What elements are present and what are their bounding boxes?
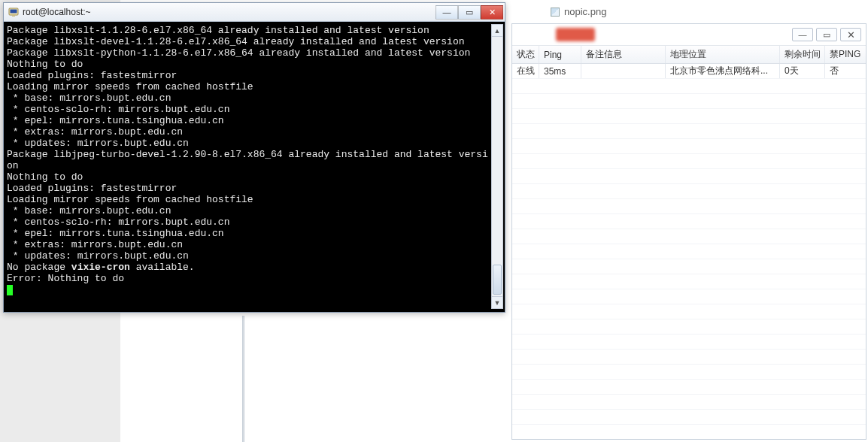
col-geo[interactable]: 地理位置 bbox=[666, 46, 780, 63]
monitor-grid: 状态 Ping 备注信息 地理位置 剩余时间 禁PING 在线35ms北京市零色… bbox=[512, 46, 866, 439]
terminal-cursor bbox=[7, 285, 13, 295]
panel-minimize-button[interactable]: — bbox=[792, 28, 813, 41]
col-note[interactable]: 备注信息 bbox=[581, 46, 666, 63]
terminal-line: Package libxslt-devel-1.1.28-6.el7.x86_6… bbox=[7, 36, 491, 47]
terminal-line: Package libxslt-1.1.28-6.el7.x86_64 alre… bbox=[7, 25, 491, 36]
table-row-empty bbox=[512, 274, 866, 289]
table-cell: 北京市零色沸点网络科... bbox=[666, 64, 780, 78]
table-row-empty bbox=[512, 425, 866, 439]
terminal-scrollbar[interactable]: ▲ ▼ bbox=[491, 24, 503, 309]
terminal-window-controls: — ▭ ✕ bbox=[436, 5, 503, 20]
file-tab-nopic[interactable]: nopic.png bbox=[542, 2, 615, 21]
terminal-line: Package libjpeg-turbo-devel-1.2.90-8.el7… bbox=[7, 149, 491, 171]
putty-icon bbox=[8, 7, 19, 17]
terminal-line: * base: mirrors.bupt.edu.cn bbox=[7, 205, 491, 216]
table-row-empty bbox=[512, 229, 866, 244]
close-button[interactable]: ✕ bbox=[481, 5, 503, 20]
table-row-empty bbox=[512, 199, 866, 214]
terminal-line: Loaded plugins: fastestmirror bbox=[7, 70, 491, 81]
col-status[interactable]: 状态 bbox=[512, 46, 539, 63]
terminal-line: No package vixie-cron available. bbox=[7, 262, 491, 273]
terminal-title-text: root@localhost:~ bbox=[23, 7, 91, 17]
table-row-empty bbox=[512, 169, 866, 184]
terminal-line: Error: Nothing to do bbox=[7, 273, 491, 284]
terminal-line: * updates: mirrors.bupt.edu.cn bbox=[7, 250, 491, 262]
table-cell: 0天 bbox=[780, 64, 825, 78]
table-row-empty bbox=[512, 214, 866, 229]
table-cell: 在线 bbox=[512, 64, 539, 78]
table-row-empty bbox=[512, 154, 866, 169]
blurred-red-button[interactable] bbox=[556, 28, 595, 41]
table-row-empty bbox=[512, 365, 866, 380]
terminal-line: * epel: mirrors.tuna.tsinghua.edu.cn bbox=[7, 228, 491, 239]
table-row-empty bbox=[512, 380, 866, 395]
table-row-empty bbox=[512, 350, 866, 365]
terminal-prompt-line bbox=[7, 284, 491, 295]
table-cell: 否 bbox=[825, 64, 861, 78]
col-noping[interactable]: 禁PING bbox=[825, 46, 861, 63]
table-cell bbox=[581, 64, 666, 78]
col-ping[interactable]: Ping bbox=[539, 46, 581, 63]
terminal-line: Nothing to do bbox=[7, 59, 491, 70]
terminal-titlebar[interactable]: root@localhost:~ — ▭ ✕ bbox=[4, 3, 505, 22]
table-row-empty bbox=[512, 184, 866, 199]
table-row-empty bbox=[512, 124, 866, 139]
terminal-window: root@localhost:~ — ▭ ✕ Package libxslt-1… bbox=[3, 2, 505, 313]
vertical-divider[interactable] bbox=[242, 316, 244, 442]
monitor-panel: — ▭ ✕ 状态 Ping 备注信息 地理位置 剩余时间 禁PING 在线35m… bbox=[511, 23, 866, 440]
table-row-empty bbox=[512, 94, 866, 109]
table-row-empty bbox=[512, 109, 866, 124]
table-row-empty bbox=[512, 289, 866, 304]
table-cell: 35ms bbox=[539, 64, 581, 78]
terminal-line: * epel: mirrors.tuna.tsinghua.edu.cn bbox=[7, 115, 491, 126]
terminal-line: * centos-sclo-rh: mirrors.bupt.edu.cn bbox=[7, 216, 491, 228]
terminal-line: * extras: mirrors.bupt.edu.cn bbox=[7, 126, 491, 138]
terminal-line: * centos-sclo-rh: mirrors.bupt.edu.cn bbox=[7, 104, 491, 115]
terminal-line: * base: mirrors.bupt.edu.cn bbox=[7, 92, 491, 104]
table-row[interactable]: 在线35ms北京市零色沸点网络科...0天否 bbox=[512, 64, 866, 79]
table-row-empty bbox=[512, 259, 866, 274]
terminal-line: Nothing to do bbox=[7, 171, 491, 183]
minimize-button[interactable]: — bbox=[436, 5, 458, 20]
table-row-empty bbox=[512, 244, 866, 259]
table-row-empty bbox=[512, 304, 866, 319]
panel-maximize-button[interactable]: ▭ bbox=[816, 28, 837, 41]
table-row-empty bbox=[512, 335, 866, 350]
svg-rect-2 bbox=[12, 15, 15, 17]
panel-window-controls: — ▭ ✕ bbox=[789, 28, 861, 41]
table-row-empty bbox=[512, 139, 866, 154]
terminal-line: Loading mirror speeds from cached hostfi… bbox=[7, 194, 491, 205]
grid-header: 状态 Ping 备注信息 地理位置 剩余时间 禁PING bbox=[512, 46, 866, 64]
terminal-body[interactable]: Package libxslt-1.1.28-6.el7.x86_64 alre… bbox=[4, 22, 505, 312]
table-row-empty bbox=[512, 319, 866, 335]
terminal-line: Loading mirror speeds from cached hostfi… bbox=[7, 81, 491, 92]
terminal-line: * updates: mirrors.bupt.edu.cn bbox=[7, 138, 491, 149]
table-row-empty bbox=[512, 79, 866, 94]
col-remain[interactable]: 剩余时间 bbox=[780, 46, 825, 63]
terminal-line: Package libxslt-python-1.1.28-6.el7.x86_… bbox=[7, 47, 491, 59]
table-row-empty bbox=[512, 410, 866, 425]
monitor-toolbar: — ▭ ✕ bbox=[512, 24, 866, 46]
scroll-thumb[interactable] bbox=[493, 265, 502, 295]
scroll-down-arrow-icon[interactable]: ▼ bbox=[492, 296, 502, 308]
file-tab-label: nopic.png bbox=[564, 6, 606, 17]
scroll-up-arrow-icon[interactable]: ▲ bbox=[492, 25, 502, 37]
image-file-icon bbox=[551, 8, 560, 17]
terminal-line: Loaded plugins: fastestmirror bbox=[7, 183, 491, 194]
maximize-button[interactable]: ▭ bbox=[458, 5, 481, 20]
panel-close-button[interactable]: ✕ bbox=[840, 28, 861, 41]
terminal-line: * extras: mirrors.bupt.edu.cn bbox=[7, 239, 491, 250]
svg-rect-1 bbox=[11, 10, 17, 14]
table-row-empty bbox=[512, 395, 866, 410]
